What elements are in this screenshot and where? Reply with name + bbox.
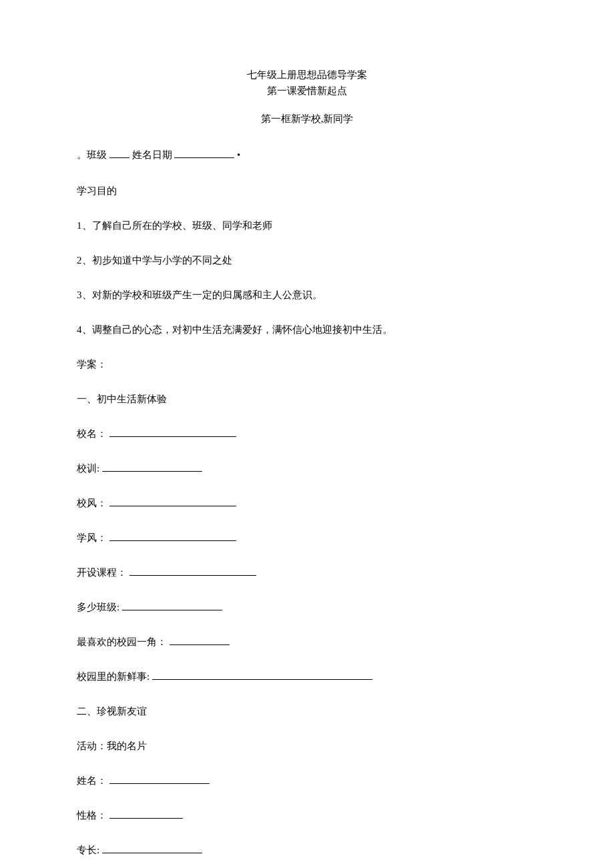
- specialty-label: 专长:: [77, 845, 99, 855]
- field-personality: 性格：: [77, 807, 537, 823]
- class-info-line: 。班级 姓名日期 •: [77, 147, 537, 163]
- personality-blank[interactable]: [109, 809, 183, 819]
- school-name-blank[interactable]: [109, 427, 236, 437]
- favorite-corner-blank[interactable]: [170, 635, 230, 645]
- class-prefix: 。班级: [77, 149, 107, 160]
- personality-label: 性格：: [77, 810, 107, 821]
- class-count-blank[interactable]: [122, 600, 222, 610]
- date-blank[interactable]: [174, 148, 234, 158]
- name-label: 姓名：: [77, 775, 107, 786]
- section1-title: 一、初中生活新体验: [77, 391, 537, 407]
- fresh-things-label: 校园里的新鲜事:: [77, 671, 149, 682]
- name-date-label: 姓名日期: [132, 149, 172, 160]
- activity-label: 活动：我的名片: [77, 738, 537, 754]
- objectives-heading: 学习目的: [77, 183, 537, 199]
- field-motto: 校训:: [77, 460, 537, 476]
- field-favorite-corner: 最喜欢的校园一角：: [77, 634, 537, 650]
- objective-item-3: 3、对新的学校和班级产生一定的归属感和主人公意识。: [77, 287, 537, 303]
- field-fresh-things: 校园里的新鲜事:: [77, 669, 537, 685]
- title-line-1: 七年级上册思想品德导学案: [77, 67, 537, 83]
- document-subtitle: 第一框新学校,新同学: [77, 111, 537, 127]
- section2-title: 二、珍视新友谊: [77, 703, 537, 719]
- field-name: 姓名：: [77, 773, 537, 789]
- courses-label: 开设课程：: [77, 567, 127, 578]
- objective-item-1: 1、了解自己所在的学校、班级、同学和老师: [77, 218, 537, 234]
- field-school-style: 校风：: [77, 495, 537, 511]
- objective-item-2: 2、初步知道中学与小学的不同之处: [77, 252, 537, 268]
- field-class-count: 多少班级:: [77, 599, 537, 615]
- motto-blank[interactable]: [102, 462, 202, 472]
- field-courses: 开设课程：: [77, 564, 537, 580]
- title-line-2: 第一课爱惜新起点: [77, 83, 537, 99]
- field-school-name: 校名：: [77, 426, 537, 442]
- class-suffix: •: [237, 149, 240, 160]
- field-study-style: 学风：: [77, 530, 537, 546]
- class-blank[interactable]: [109, 148, 129, 158]
- favorite-corner-label: 最喜欢的校园一角：: [77, 636, 167, 647]
- study-style-label: 学风：: [77, 532, 107, 543]
- school-name-label: 校名：: [77, 428, 107, 439]
- study-style-blank[interactable]: [109, 531, 236, 541]
- specialty-blank[interactable]: [102, 843, 202, 853]
- motto-label: 校训:: [77, 463, 99, 474]
- fresh-things-blank[interactable]: [152, 670, 372, 680]
- study-plan-heading: 学案：: [77, 356, 537, 372]
- document-title: 七年级上册思想品德导学案 第一课爱惜新起点: [77, 67, 537, 99]
- class-count-label: 多少班级:: [77, 602, 119, 612]
- objective-item-4: 4、调整自己的心态，对初中生活充满爱好，满怀信心地迎接初中生活。: [77, 322, 537, 338]
- subtitle-text: 第一框新学校,新同学: [261, 113, 354, 124]
- field-specialty: 专长:: [77, 842, 537, 858]
- school-style-label: 校风：: [77, 498, 107, 508]
- name-blank[interactable]: [109, 774, 210, 784]
- courses-blank[interactable]: [129, 566, 256, 576]
- school-style-blank[interactable]: [109, 496, 236, 506]
